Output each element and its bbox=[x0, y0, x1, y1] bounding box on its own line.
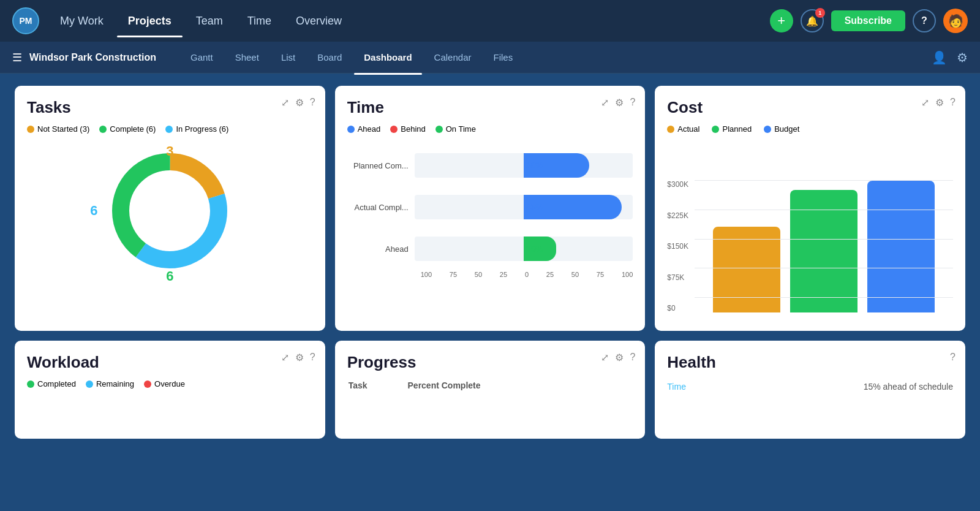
cost-help-icon[interactable]: ? bbox=[950, 97, 956, 108]
time-chart-container: Planned Com... 30% Actual Compl... bbox=[347, 143, 633, 278]
not-started-dot bbox=[27, 126, 34, 133]
logo[interactable]: PM bbox=[12, 7, 39, 34]
cost-expand-icon[interactable]: ⤢ bbox=[921, 97, 929, 108]
question-icon: ? bbox=[921, 15, 927, 26]
axis-25-right: 25 bbox=[546, 271, 554, 278]
planned-bar-cost bbox=[790, 190, 858, 312]
actual-cost-label: Actual bbox=[677, 124, 699, 134]
time-help-icon[interactable]: ? bbox=[630, 97, 635, 108]
time-card: Time ⤢ ⚙ ? Ahead Behind On Time Plan bbox=[335, 86, 646, 331]
time-expand-icon[interactable]: ⤢ bbox=[601, 97, 609, 108]
progress-col-percent: Percent Complete bbox=[408, 380, 632, 394]
remaining-wl-label: Remaining bbox=[96, 379, 134, 388]
time-settings-icon[interactable]: ⚙ bbox=[615, 97, 624, 108]
legend-completed-wl: Completed bbox=[27, 379, 76, 388]
axis-0: 0 bbox=[525, 271, 529, 278]
tab-sheet[interactable]: Sheet bbox=[225, 48, 269, 66]
workload-card: Workload ⤢ ⚙ ? Completed Remaining Overd… bbox=[15, 341, 325, 439]
cost-legend: Actual Planned Budget bbox=[667, 124, 953, 134]
on-time-label: On Time bbox=[446, 124, 476, 134]
tasks-title: Tasks bbox=[27, 98, 313, 117]
menu-icon[interactable]: ☰ bbox=[12, 51, 22, 64]
time-row-actual: Actual Compl... 45% bbox=[347, 195, 633, 219]
axis-25-left: 25 bbox=[500, 271, 507, 278]
cost-settings-icon[interactable]: ⚙ bbox=[935, 97, 944, 108]
tab-files[interactable]: Files bbox=[483, 48, 522, 66]
actual-percent: 45% bbox=[526, 202, 543, 212]
nav-overview[interactable]: Overview bbox=[285, 10, 353, 32]
workload-settings-icon[interactable]: ⚙ bbox=[295, 352, 304, 363]
add-button[interactable]: + bbox=[770, 9, 793, 32]
workload-help-icon[interactable]: ? bbox=[310, 352, 315, 363]
subscribe-button[interactable]: Subscribe bbox=[831, 10, 905, 31]
legend-complete: Complete (6) bbox=[99, 124, 156, 134]
bell-icon: 🔔 bbox=[806, 15, 818, 27]
cost-card: Cost ⤢ ⚙ ? Actual Planned Budget $30 bbox=[655, 86, 965, 331]
y-300k: $300K bbox=[667, 180, 688, 189]
nav-team[interactable]: Team bbox=[185, 10, 234, 32]
time-axis: 100 75 50 25 0 25 50 75 100 bbox=[347, 271, 633, 278]
axis-75-left: 75 bbox=[450, 271, 457, 278]
progress-card: Progress ⤢ ⚙ ? Task Percent Complete bbox=[335, 341, 646, 439]
tab-dashboard[interactable]: Dashboard bbox=[354, 48, 421, 66]
cost-bars-container bbox=[695, 180, 953, 312]
actual-bar-track: 45% bbox=[415, 195, 633, 219]
tasks-settings-icon[interactable]: ⚙ bbox=[295, 97, 304, 108]
planned-cost-dot bbox=[712, 126, 719, 133]
health-card-icons: ? bbox=[950, 352, 956, 363]
health-help-icon[interactable]: ? bbox=[950, 352, 956, 363]
time-title: Time bbox=[347, 98, 633, 117]
health-time-value: 15% ahead of schedule bbox=[864, 382, 953, 392]
complete-dot bbox=[99, 126, 107, 133]
main-content: Tasks ⤢ ⚙ ? Not Started (3) Complete (6)… bbox=[0, 74, 980, 511]
tasks-expand-icon[interactable]: ⤢ bbox=[281, 97, 289, 108]
legend-planned-cost: Planned bbox=[712, 124, 752, 134]
tasks-legend: Not Started (3) Complete (6) In Progress… bbox=[27, 124, 313, 134]
tab-list[interactable]: List bbox=[271, 48, 305, 66]
workload-card-icons: ⤢ ⚙ ? bbox=[281, 352, 315, 363]
progress-expand-icon[interactable]: ⤢ bbox=[601, 352, 609, 363]
help-button[interactable]: ? bbox=[913, 9, 936, 32]
actual-bar-cost bbox=[713, 227, 780, 312]
time-card-icons: ⤢ ⚙ ? bbox=[601, 97, 635, 108]
progress-col-task: Task bbox=[349, 380, 407, 394]
progress-settings-icon[interactable]: ⚙ bbox=[615, 352, 624, 363]
legend-not-started: Not Started (3) bbox=[27, 124, 89, 134]
legend-in-progress: In Progress (6) bbox=[165, 124, 228, 134]
sub-nav-right: 👤 ⚙ bbox=[932, 50, 968, 65]
cost-y-axis: $300K $225K $150K $75K $0 bbox=[667, 180, 688, 312]
complete-label: Complete (6) bbox=[110, 124, 156, 134]
planned-percent-label: 30% bbox=[524, 161, 589, 170]
ahead-label: Ahead bbox=[358, 124, 381, 134]
tasks-help-icon[interactable]: ? bbox=[310, 97, 315, 108]
settings-icon[interactable]: ⚙ bbox=[957, 50, 968, 65]
workload-title: Workload bbox=[27, 353, 313, 372]
tab-board[interactable]: Board bbox=[307, 48, 352, 66]
health-rows: Time 15% ahead of schedule bbox=[667, 379, 953, 394]
progress-help-icon[interactable]: ? bbox=[630, 352, 635, 363]
health-title: Health bbox=[667, 353, 953, 372]
add-member-icon[interactable]: 👤 bbox=[932, 50, 947, 65]
actual-percent-container: 45% bbox=[524, 195, 622, 219]
legend-behind: Behind bbox=[390, 124, 425, 134]
planned-label: Planned Com... bbox=[347, 161, 415, 170]
user-avatar[interactable]: 🧑 bbox=[943, 9, 968, 33]
legend-budget: Budget bbox=[764, 124, 799, 134]
cost-title: Cost bbox=[667, 98, 953, 117]
progress-table: Task Percent Complete bbox=[347, 379, 633, 395]
nav-time[interactable]: Time bbox=[236, 10, 282, 32]
tab-gantt[interactable]: Gantt bbox=[181, 48, 223, 66]
nav-projects[interactable]: Projects bbox=[117, 10, 183, 32]
nav-my-work[interactable]: My Work bbox=[49, 10, 115, 32]
in-progress-count: 6 bbox=[90, 203, 97, 219]
time-row-planned: Planned Com... 30% bbox=[347, 153, 633, 178]
top-nav-right: + 🔔 1 Subscribe ? 🧑 bbox=[770, 9, 968, 33]
actual-cost-dot bbox=[667, 126, 674, 133]
notification-button[interactable]: 🔔 1 bbox=[801, 9, 824, 32]
avatar-icon: 🧑 bbox=[948, 13, 963, 28]
workload-expand-icon[interactable]: ⤢ bbox=[281, 352, 289, 363]
complete-count: 6 bbox=[166, 268, 173, 284]
legend-remaining-wl: Remaining bbox=[86, 379, 134, 388]
bars-group bbox=[695, 180, 953, 312]
tab-calendar[interactable]: Calendar bbox=[424, 48, 481, 66]
